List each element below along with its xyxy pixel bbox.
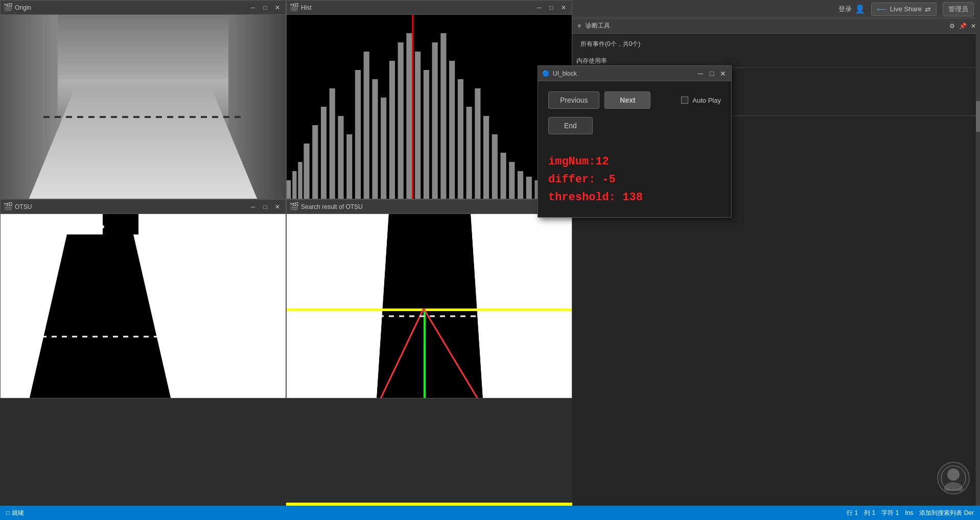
origin-road — [29, 88, 257, 199]
info-display: imgNum:12 differ: -5 threshold: 138 — [548, 153, 721, 207]
otsu-window: 🎬 OTSU ─ □ ✕ — [0, 199, 286, 398]
svg-rect-30 — [526, 177, 532, 199]
live-share-button[interactable]: ⟵ Live Share ⇄ — [871, 3, 937, 16]
live-share-icon: ⟵ — [877, 5, 887, 13]
origin-content — [1, 15, 286, 199]
svg-marker-44 — [287, 214, 389, 398]
svg-rect-23 — [466, 107, 472, 199]
popup-icon: 🔵 — [542, 70, 550, 77]
svg-rect-5 — [321, 107, 326, 199]
live-share-arrow-icon: ⇄ — [925, 5, 931, 13]
search-content — [287, 214, 572, 398]
ins-status: Ins — [905, 509, 913, 517]
events-text: 所有事件(0个，共0个) — [576, 38, 976, 51]
svg-marker-46 — [376, 214, 483, 398]
hist-titlebar: 🎬 Hist ─ □ ✕ — [287, 1, 572, 15]
diag-titlebar: ▼ 诊断工具 ⚙ 📌 ✕ — [572, 18, 980, 34]
hist-window-icon: 🎬 — [291, 4, 298, 11]
origin-window-icon: 🎬 — [5, 4, 12, 11]
svg-point-53 — [479, 228, 482, 231]
svg-rect-8 — [346, 134, 352, 199]
next-button[interactable]: Next — [604, 91, 650, 109]
threshold-line: threshold: 138 — [548, 188, 721, 206]
svg-rect-22 — [458, 79, 463, 199]
right-scrollbar[interactable] — [976, 0, 980, 506]
origin-minimize-btn[interactable]: ─ — [249, 4, 257, 11]
hist-window: 🎬 Hist ─ □ ✕ — [286, 0, 572, 199]
otsu-maximize-btn[interactable]: □ — [261, 203, 269, 210]
bottom-yellow-bar — [286, 503, 572, 506]
end-button[interactable]: End — [548, 117, 593, 134]
origin-maximize-btn[interactable]: □ — [261, 4, 269, 11]
svg-marker-45 — [471, 214, 572, 398]
diag-settings-icon[interactable]: ⚙ — [949, 22, 955, 30]
svg-rect-9 — [355, 70, 361, 199]
svg-rect-10 — [364, 52, 369, 199]
hist-content — [287, 15, 572, 199]
status-right-group: 行 1 列 1 字符 1 Ins 添加到搜索列表 Der — [847, 509, 974, 517]
ready-label: 就绪 — [12, 509, 24, 517]
autoplay-checkbox[interactable] — [681, 97, 688, 104]
origin-dotted-line — [43, 116, 243, 118]
admin-label: 管理员 — [948, 5, 968, 13]
avatar-circle[interactable] — [937, 462, 970, 494]
svg-point-54 — [495, 231, 497, 233]
svg-rect-21 — [449, 61, 455, 199]
popup-titlebar: 🔵 UI_block ─ □ ✕ — [538, 66, 731, 81]
diag-pin-icon[interactable]: 📌 — [959, 22, 967, 30]
ready-status: □ 就绪 — [6, 509, 24, 517]
popup-title: UI_block — [553, 70, 693, 77]
main-image-area: 🎬 Origin ─ □ ✕ 🎬 Hist ─ □ — [0, 0, 572, 398]
svg-rect-6 — [330, 88, 335, 199]
svg-rect-47 — [287, 309, 572, 311]
popup-nav-row: Previous Next Auto Play — [548, 91, 721, 109]
previous-button[interactable]: Previous — [548, 91, 599, 109]
popup-maximize-btn[interactable]: □ — [708, 69, 716, 78]
origin-window: 🎬 Origin ─ □ ✕ — [0, 0, 286, 199]
popup-minimize-btn[interactable]: ─ — [696, 69, 705, 78]
hist-title: Hist — [301, 4, 535, 11]
char-status: 字符 1 — [881, 509, 899, 517]
otsu-close-btn[interactable]: ✕ — [273, 203, 282, 210]
svg-rect-26 — [492, 134, 498, 199]
popup-content: Previous Next Auto Play End imgNum:12 di… — [538, 81, 731, 217]
differ-line: differ: -5 — [548, 171, 721, 188]
otsu-controls[interactable]: ─ □ ✕ — [249, 203, 282, 210]
origin-close-btn[interactable]: ✕ — [273, 4, 282, 11]
popup-close-btn[interactable]: ✕ — [719, 69, 727, 78]
hist-svg — [287, 15, 572, 199]
live-share-label: Live Share — [890, 5, 922, 13]
svg-rect-3 — [304, 144, 309, 199]
autoplay-row: Auto Play — [681, 97, 721, 104]
origin-title: Origin — [15, 4, 249, 11]
svg-rect-11 — [372, 79, 378, 199]
end-row: End — [548, 117, 721, 145]
diag-close-icon[interactable]: ✕ — [971, 22, 976, 30]
otsu-minimize-btn[interactable]: ─ — [249, 203, 257, 210]
otsu-title: OTSU — [15, 203, 249, 210]
scrollbar-thumb[interactable] — [976, 101, 980, 132]
search-titlebar: 🎬 Search result of OTSU ─ — [287, 200, 572, 214]
otsu-image — [1, 214, 286, 398]
search-title: Search result of OTSU — [301, 203, 559, 210]
svg-rect-48 — [424, 309, 426, 398]
svg-rect-19 — [432, 42, 438, 199]
hist-close-btn[interactable]: ✕ — [559, 4, 568, 11]
hist-minimize-btn[interactable]: ─ — [535, 4, 543, 11]
svg-point-58 — [944, 482, 963, 491]
otsu-svg — [1, 214, 286, 398]
svg-point-43 — [204, 228, 206, 230]
svg-rect-2 — [298, 162, 302, 199]
diag-fold-icon[interactable]: ▼ — [576, 22, 582, 30]
top-bar: 登录 👤 ⟵ Live Share ⇄ 管理员 — [572, 0, 980, 18]
hist-controls[interactable]: ─ □ ✕ — [535, 4, 568, 11]
origin-controls[interactable]: ─ □ ✕ — [249, 4, 282, 11]
svg-point-52 — [377, 228, 380, 231]
hist-maximize-btn[interactable]: □ — [547, 4, 555, 11]
diag-title: 诊断工具 — [586, 21, 946, 30]
diag-icon-group: ⚙ 📌 ✕ — [949, 22, 976, 30]
hist-image — [287, 15, 572, 199]
ready-icon: □ — [6, 509, 10, 516]
admin-button[interactable]: 管理员 — [943, 2, 974, 16]
status-bar: □ 就绪 行 1 列 1 字符 1 Ins 添加到搜索列表 Der — [0, 506, 980, 520]
